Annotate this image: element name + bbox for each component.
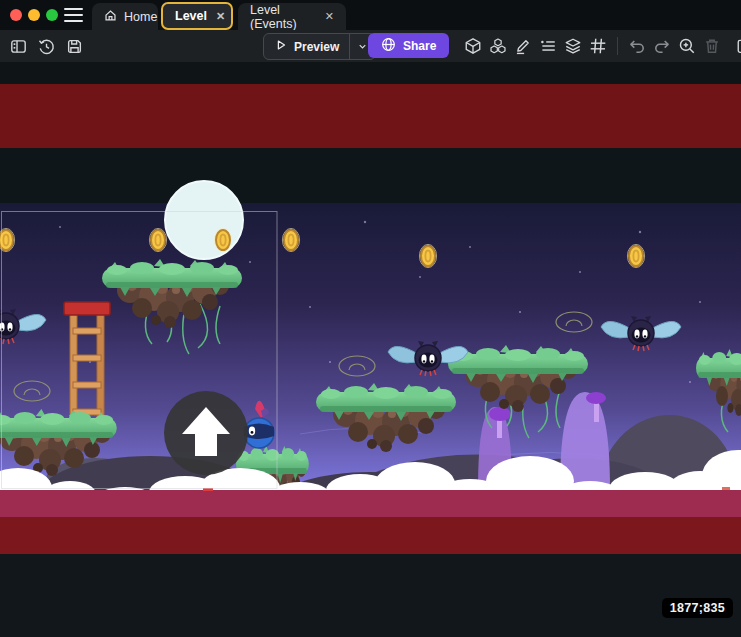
share-button[interactable]: Share	[368, 33, 449, 58]
redo-icon[interactable]	[653, 37, 671, 55]
coin[interactable]	[419, 244, 436, 267]
coin[interactable]	[627, 244, 644, 267]
dark-band	[0, 148, 741, 203]
history-icon[interactable]	[37, 37, 55, 55]
scene-editor-canvas[interactable]: 1877;835	[0, 62, 741, 637]
minimize-window-button[interactable]	[28, 9, 40, 21]
coin[interactable]	[282, 228, 299, 251]
close-tab-icon[interactable]: ✕	[216, 10, 225, 23]
tab-label: Level	[175, 9, 207, 23]
ground-dark-red-band	[0, 517, 741, 554]
titlebar: Home Level ✕ Level (Events) ✕	[0, 0, 741, 30]
coin[interactable]	[149, 228, 166, 251]
jump-touch-button[interactable]	[164, 391, 248, 475]
preview-button[interactable]: Preview	[263, 33, 376, 60]
coin[interactable]	[0, 228, 15, 251]
layers-icon[interactable]	[564, 37, 582, 55]
tab-label: Level (Events)	[250, 3, 316, 31]
cursor-coordinates-badge: 1877;835	[662, 598, 733, 618]
play-icon	[274, 38, 288, 55]
tab-home[interactable]: Home	[92, 3, 158, 30]
instance-properties-icon[interactable]	[539, 37, 557, 55]
share-label: Share	[403, 39, 436, 53]
undo-icon[interactable]	[628, 37, 646, 55]
tab-label: Home	[124, 10, 157, 24]
save-icon[interactable]	[65, 37, 83, 55]
toolbar-right-group	[464, 30, 741, 62]
menu-hamburger-icon[interactable]	[64, 8, 83, 22]
edit-instances-pencil-icon[interactable]	[514, 37, 532, 55]
marker[interactable]	[722, 487, 730, 490]
toolbar: Preview Share	[0, 30, 741, 62]
close-tab-icon[interactable]: ✕	[325, 10, 334, 23]
panels-icon[interactable]	[9, 37, 27, 55]
zoom-in-icon[interactable]	[678, 37, 696, 55]
toolbar-left-group	[9, 30, 83, 62]
scene-outside-bottom	[0, 554, 741, 637]
divider	[617, 37, 618, 55]
maximize-window-button[interactable]	[46, 9, 58, 21]
tab-level-events[interactable]: Level (Events) ✕	[238, 3, 346, 30]
home-icon	[104, 9, 117, 25]
preview-label: Preview	[294, 40, 339, 54]
coin[interactable]	[214, 228, 231, 251]
objects-icon[interactable]	[464, 37, 482, 55]
scene-outside-top	[0, 62, 741, 84]
moon[interactable]	[165, 181, 243, 259]
edit-notes-icon[interactable]	[736, 37, 741, 55]
globe-icon	[381, 37, 396, 55]
close-window-button[interactable]	[10, 9, 22, 21]
top-red-banner	[0, 84, 741, 148]
tab-level[interactable]: Level ✕	[161, 2, 233, 30]
ground-crimson-band	[0, 490, 741, 517]
delete-icon[interactable]	[703, 37, 721, 55]
scene-canvas[interactable]	[0, 62, 741, 637]
object-groups-icon[interactable]	[489, 37, 507, 55]
grid-icon[interactable]	[589, 37, 607, 55]
